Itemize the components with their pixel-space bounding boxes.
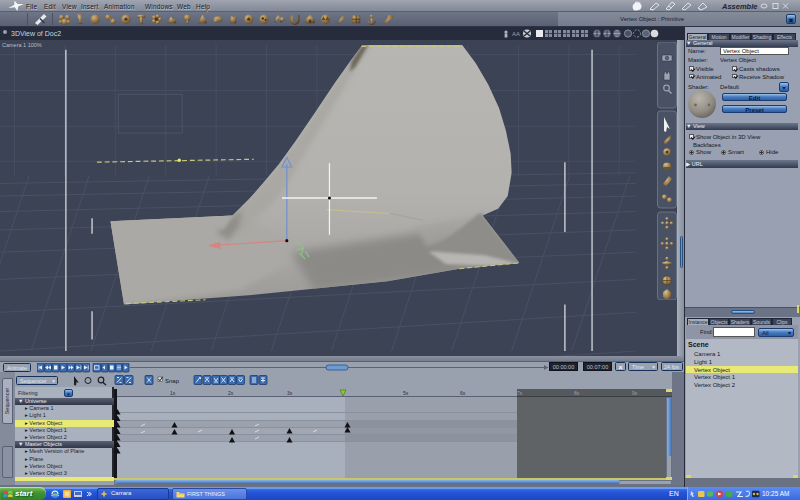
svg-text:3s: 3s: [287, 390, 293, 396]
svg-text:2s: 2s: [228, 390, 234, 396]
svg-text:8s: 8s: [574, 390, 580, 396]
svg-text:5s: 5s: [403, 390, 409, 396]
svg-text:9s: 9s: [632, 390, 638, 396]
svg-text:7s: 7s: [517, 390, 523, 396]
svg-text:6s: 6s: [460, 390, 466, 396]
svg-text:AA: AA: [512, 31, 520, 37]
svg-text:Assemble: Assemble: [721, 2, 757, 11]
svg-text:Snap: Snap: [165, 378, 180, 384]
svg-text:1s: 1s: [170, 390, 176, 396]
